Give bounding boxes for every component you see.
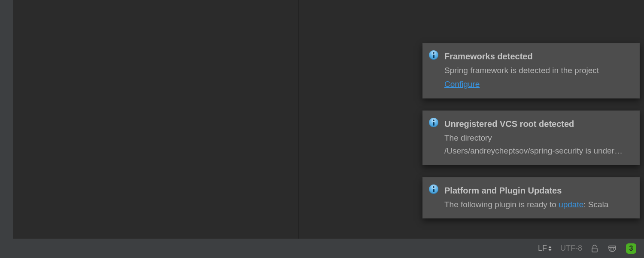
info-icon	[429, 118, 438, 127]
event-count-badge: 3	[626, 243, 636, 254]
notification-message: Spring framework is detected in the proj…	[444, 66, 599, 75]
notification-body: The following plugin is ready to update:…	[444, 198, 632, 211]
notification-vcs-root[interactable]: Unregistered VCS root detected The direc…	[422, 111, 640, 165]
notification-platform-updates[interactable]: Platform and Plugin Updates The followin…	[422, 177, 640, 218]
svg-point-2	[611, 248, 612, 249]
event-log-indicator[interactable]: 3	[622, 239, 641, 258]
svg-rect-0	[592, 248, 597, 252]
svg-point-3	[613, 248, 614, 249]
notification-message-line: /Users/andreycheptsov/spring-security is…	[444, 144, 632, 157]
status-bar: LF UTF-8 3	[0, 239, 644, 258]
notification-title: Platform and Plugin Updates	[444, 184, 632, 197]
info-icon	[429, 184, 438, 194]
notification-body: The directory /Users/andreycheptsov/spri…	[444, 132, 632, 158]
line-separator-widget[interactable]: LF	[534, 239, 556, 258]
configure-link[interactable]: Configure	[444, 78, 480, 91]
inspection-hector-icon[interactable]	[603, 239, 622, 258]
ide-window: Frameworks detected Spring framework is …	[0, 0, 644, 258]
encoding-label: UTF-8	[560, 244, 582, 253]
notification-frameworks-detected[interactable]: Frameworks detected Spring framework is …	[422, 43, 640, 98]
notification-message-line: The directory	[444, 133, 492, 142]
notification-message-pre: The following plugin is ready to	[444, 200, 559, 209]
encoding-widget[interactable]: UTF-8	[556, 239, 586, 258]
notification-title: Frameworks detected	[444, 49, 632, 63]
notification-message-post: : Scala	[583, 200, 608, 209]
update-link[interactable]: update	[559, 200, 583, 209]
left-tool-stripe[interactable]	[0, 0, 13, 239]
line-separator-label: LF	[538, 244, 547, 253]
dropdown-arrows-icon	[548, 246, 552, 251]
svg-rect-1	[609, 246, 616, 247]
info-icon	[429, 50, 438, 60]
read-only-toggle[interactable]	[586, 239, 603, 258]
notification-body: Spring framework is detected in the proj…	[444, 64, 632, 91]
editor-splitter[interactable]	[298, 0, 299, 239]
notification-title: Unregistered VCS root detected	[444, 117, 632, 131]
notification-stack: Frameworks detected Spring framework is …	[422, 43, 640, 230]
